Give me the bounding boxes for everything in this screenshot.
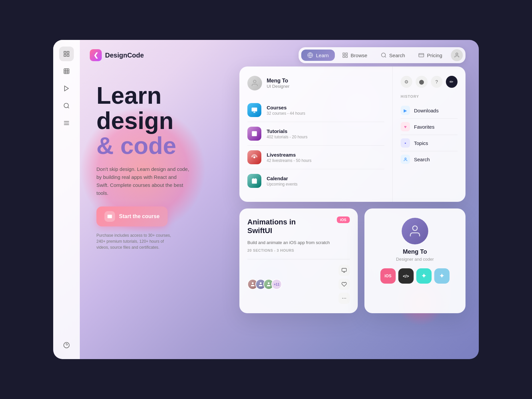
main-screen: ❮ DesignCode Learn Browse Search bbox=[53, 40, 479, 359]
svg-rect-0 bbox=[64, 52, 66, 54]
nav-learn[interactable]: Learn bbox=[301, 50, 334, 61]
profile-avatar bbox=[247, 76, 262, 90]
courses-subtitle: 32 courses - 44 hours bbox=[267, 111, 305, 116]
card-actions bbox=[338, 265, 350, 304]
svg-point-42 bbox=[252, 282, 253, 284]
cta-icon bbox=[104, 211, 115, 222]
skill-other[interactable]: ✦ bbox=[434, 268, 450, 284]
livestreams-icon bbox=[247, 150, 261, 164]
skill-design[interactable]: ✦ bbox=[416, 268, 432, 284]
main-content: ❮ DesignCode Learn Browse Search bbox=[80, 40, 479, 359]
svg-marker-9 bbox=[65, 86, 68, 91]
search-history-icon bbox=[401, 155, 410, 164]
topnav: ❮ DesignCode Learn Browse Search bbox=[80, 40, 479, 63]
skill-ios[interactable]: iOS bbox=[380, 268, 396, 284]
monitor-icon[interactable] bbox=[338, 265, 350, 276]
avatar-plus: +11 bbox=[271, 279, 282, 290]
user-title: Designer and coder bbox=[396, 257, 434, 262]
history-downloads[interactable]: ▶ Downloads bbox=[401, 102, 458, 119]
svg-line-11 bbox=[68, 107, 69, 108]
course-card: iOS Animations in SwiftUI Build and anim… bbox=[239, 208, 358, 313]
profile-action-icons: ⚙ ⬤ ? ✏ bbox=[401, 76, 458, 88]
cards-area: Meng To UI Designer Courses 32 courses -… bbox=[239, 66, 466, 313]
edit-icon[interactable]: ✏ bbox=[446, 76, 458, 88]
course-meta: 20 SECTIONS - 3 HOURS bbox=[247, 248, 350, 252]
nav-search-label: Search bbox=[389, 53, 405, 58]
logo-text: DesignCode bbox=[105, 52, 144, 59]
svg-point-49 bbox=[344, 298, 344, 299]
hero-line3: & code bbox=[96, 132, 176, 159]
svg-rect-20 bbox=[345, 53, 347, 55]
sidebar-home-icon[interactable] bbox=[59, 47, 74, 61]
nav-browse-label: Browse bbox=[351, 53, 367, 58]
livestreams-subtitle: 42 livestreams - 50 hours bbox=[267, 158, 312, 163]
courses-icon bbox=[247, 103, 261, 117]
svg-rect-19 bbox=[343, 53, 344, 55]
sidebar-play-icon[interactable] bbox=[59, 81, 74, 96]
sidebar-search-icon[interactable] bbox=[59, 98, 74, 113]
cta-label: Start the course bbox=[119, 213, 160, 219]
sidebar-list-icon[interactable] bbox=[59, 116, 74, 130]
nav-browse[interactable]: Browse bbox=[336, 50, 373, 61]
svg-rect-45 bbox=[342, 268, 346, 271]
menu-item-courses[interactable]: Courses 32 courses - 44 hours bbox=[247, 98, 384, 122]
svg-point-10 bbox=[64, 103, 68, 108]
bottom-cards: iOS Animations in SwiftUI Build and anim… bbox=[239, 208, 466, 313]
calendar-subtitle: Upcoming events bbox=[267, 182, 298, 187]
calendar-text: Calendar Upcoming events bbox=[267, 176, 298, 187]
favorites-label: Favorites bbox=[414, 124, 435, 130]
svg-rect-3 bbox=[67, 55, 69, 57]
settings-icon[interactable]: ⚙ bbox=[401, 76, 412, 88]
nav-avatar[interactable] bbox=[451, 49, 463, 61]
hero-line1: Learn bbox=[96, 82, 162, 109]
svg-line-24 bbox=[385, 56, 386, 57]
nav-search[interactable]: Search bbox=[375, 50, 411, 61]
user-avatar bbox=[402, 218, 428, 244]
history-search[interactable]: Search bbox=[401, 151, 458, 167]
heart-icon[interactable] bbox=[338, 279, 350, 290]
history-label: HISTORY bbox=[401, 94, 458, 98]
cta-button[interactable]: Start the course bbox=[96, 206, 168, 226]
calendar-title: Calendar bbox=[267, 176, 298, 181]
more-icon[interactable] bbox=[338, 293, 350, 304]
svg-rect-21 bbox=[343, 56, 344, 58]
svg-rect-31 bbox=[252, 108, 257, 112]
profile-info: Meng To UI Designer bbox=[267, 78, 290, 89]
tutorials-subtitle: 402 tutorials - 20 hours bbox=[267, 135, 308, 139]
profile-card-left: Meng To UI Designer Courses 32 courses -… bbox=[239, 66, 392, 202]
downloads-label: Downloads bbox=[414, 108, 439, 113]
calendar-icon bbox=[247, 174, 261, 188]
search-history-label: Search bbox=[414, 157, 430, 162]
tutorials-title: Tutorials bbox=[267, 128, 308, 134]
svg-point-44 bbox=[268, 282, 269, 284]
profile-card: Meng To UI Designer Courses 32 courses -… bbox=[239, 66, 466, 202]
nav-pills: Learn Browse Search Pricing bbox=[299, 47, 466, 63]
svg-rect-2 bbox=[64, 55, 66, 57]
nav-pricing-label: Pricing bbox=[427, 53, 442, 58]
history-topics[interactable]: ▪ Topics bbox=[401, 135, 458, 151]
courses-text: Courses 32 courses - 44 hours bbox=[267, 105, 305, 116]
topics-icon: ▪ bbox=[401, 138, 410, 148]
purchase-note: Purchase includes access to 30+ courses,… bbox=[96, 232, 176, 250]
logo[interactable]: ❮ DesignCode bbox=[90, 49, 144, 61]
svg-point-41 bbox=[405, 158, 406, 159]
skill-code[interactable]: </> bbox=[398, 268, 414, 284]
course-footer: +11 bbox=[247, 265, 350, 304]
history-favorites[interactable]: ♥ Favorites bbox=[401, 119, 458, 135]
livestreams-text: Livestreams 42 livestreams - 50 hours bbox=[267, 152, 312, 163]
course-avatars: +11 bbox=[247, 279, 282, 290]
svg-rect-34 bbox=[252, 131, 257, 136]
help-icon[interactable]: ? bbox=[431, 76, 443, 88]
menu-item-calendar[interactable]: Calendar Upcoming events bbox=[247, 169, 384, 193]
record-icon[interactable]: ⬤ bbox=[416, 76, 427, 88]
course-title: Animations in SwiftUI bbox=[247, 218, 321, 235]
menu-item-livestreams[interactable]: Livestreams 42 livestreams - 50 hours bbox=[247, 146, 384, 169]
svg-point-50 bbox=[345, 298, 346, 299]
nav-pricing[interactable]: Pricing bbox=[412, 50, 448, 61]
downloads-icon: ▶ bbox=[401, 106, 410, 115]
sidebar-help-icon[interactable] bbox=[59, 338, 74, 352]
sidebar-grid-icon[interactable] bbox=[59, 64, 74, 78]
user-profile-card: Meng To Designer and coder iOS </> ✦ ✦ bbox=[364, 208, 466, 313]
favorites-icon: ♥ bbox=[401, 122, 410, 131]
menu-item-tutorials[interactable]: Tutorials 402 tutorials - 20 hours bbox=[247, 122, 384, 146]
